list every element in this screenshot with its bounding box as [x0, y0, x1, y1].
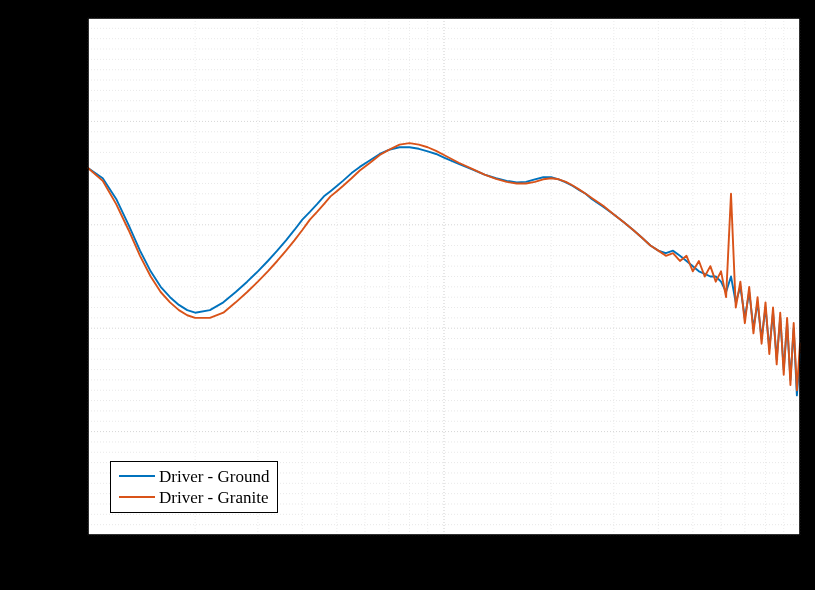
legend-entry: Driver - Ground	[119, 466, 269, 487]
legend-label: Driver - Granite	[159, 487, 269, 508]
chart: Driver - Ground Driver - Granite	[0, 0, 815, 590]
legend-swatch-granite	[119, 496, 155, 498]
legend: Driver - Ground Driver - Granite	[110, 461, 278, 514]
legend-entry: Driver - Granite	[119, 487, 269, 508]
legend-label: Driver - Ground	[159, 466, 269, 487]
legend-swatch-ground	[119, 475, 155, 477]
